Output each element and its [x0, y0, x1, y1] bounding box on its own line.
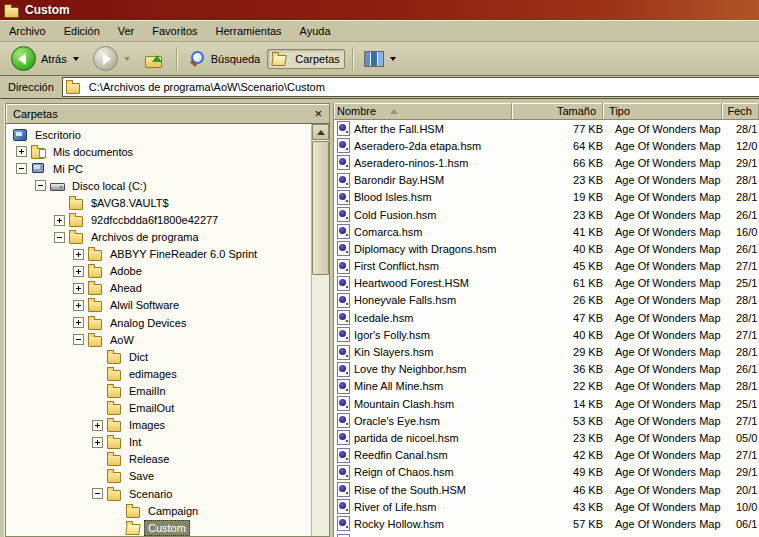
- file-name[interactable]: Blood Isles.hsm: [354, 191, 432, 203]
- tree-item[interactable]: Int: [6, 434, 311, 451]
- tree-item-label[interactable]: Images: [125, 417, 169, 433]
- tree-item-label[interactable]: EmailOut: [125, 400, 178, 416]
- file-name[interactable]: First Conflict.hsm: [354, 260, 439, 272]
- menu-item-0[interactable]: Archivo: [0, 23, 55, 39]
- address-input[interactable]: C:\Archivos de programa\AoW\Scenario\Cus…: [62, 77, 759, 97]
- tree-item[interactable]: Alwil Software: [6, 297, 311, 314]
- plus-expand-icon[interactable]: [73, 300, 84, 311]
- tree-item-label[interactable]: Mi PC: [49, 161, 87, 177]
- tree-item-label[interactable]: Mis documentos: [49, 144, 137, 160]
- tree-item[interactable]: Images: [6, 417, 311, 434]
- file-name[interactable]: River of Life.hsm: [354, 501, 437, 513]
- file-name[interactable]: Rocky Hollow.hsm: [354, 518, 444, 530]
- tree-item-label[interactable]: Alwil Software: [106, 297, 183, 313]
- file-name[interactable]: Love thy Neighbor.hsm: [354, 363, 467, 375]
- file-name[interactable]: Kin Slayers.hsm: [354, 346, 433, 358]
- file-name[interactable]: Diplomacy with Dragons.hsm: [354, 243, 496, 255]
- tree-item[interactable]: Scenario: [6, 485, 311, 502]
- tree-item-label[interactable]: Release: [125, 451, 173, 467]
- minus-expand-icon[interactable]: [35, 180, 46, 191]
- file-name[interactable]: Icedale.hsm: [354, 312, 413, 324]
- file-row[interactable]: Comarca.hsm41 KBAge Of Wonders Map16/0: [334, 223, 759, 240]
- forward-button[interactable]: [88, 43, 137, 74]
- file-row[interactable]: Cold Fusion.hsm23 KBAge Of Wonders Map26…: [334, 206, 759, 223]
- file-row[interactable]: Kin Slayers.hsm29 KBAge Of Wonders Map28…: [334, 343, 759, 360]
- tree-item[interactable]: 92dfccbdda6f1800e42277: [6, 211, 311, 228]
- tree-item[interactable]: EmailOut: [6, 400, 311, 417]
- close-panel-icon[interactable]: ×: [314, 107, 322, 120]
- plus-expand-icon[interactable]: [16, 146, 27, 157]
- tree-item[interactable]: Disco local (C:): [6, 177, 311, 194]
- file-row[interactable]: Diplomacy with Dragons.hsm40 KBAge Of Wo…: [334, 240, 759, 257]
- tree-item-label[interactable]: 92dfccbdda6f1800e42277: [87, 212, 222, 228]
- column-header-2[interactable]: Tipo: [603, 103, 721, 120]
- tree-item-label[interactable]: Int: [125, 434, 145, 450]
- tree-item-label[interactable]: edimages: [125, 366, 181, 382]
- file-row[interactable]: Blood Isles.hsm19 KBAge Of Wonders Map28…: [334, 189, 759, 206]
- minus-expand-icon[interactable]: [73, 334, 84, 345]
- file-name[interactable]: Barondir Bay.HSM: [354, 174, 444, 186]
- tree-item-label[interactable]: ABBYY FineReader 6.0 Sprint: [106, 246, 261, 262]
- scroll-up-button[interactable]: [312, 124, 329, 140]
- file-row[interactable]: Aseradero-2da etapa.hsm64 KBAge Of Wonde…: [334, 137, 759, 154]
- file-row[interactable]: Heartwood Forest.HSM61 KBAge Of Wonders …: [334, 275, 759, 292]
- column-header-3[interactable]: Fech: [722, 103, 759, 120]
- tree-item-label[interactable]: Save: [125, 468, 158, 484]
- plus-expand-icon[interactable]: [92, 437, 103, 448]
- tree-scrollbar[interactable]: [311, 124, 329, 536]
- tree-item[interactable]: Custom: [6, 519, 311, 536]
- tree-item[interactable]: EmailIn: [6, 382, 311, 399]
- file-name[interactable]: Igor's Folly.hsm: [354, 329, 430, 341]
- file-name[interactable]: Aseradero-2da etapa.hsm: [354, 140, 481, 152]
- plus-expand-icon[interactable]: [92, 420, 103, 431]
- file-row[interactable]: Oracle's Eye.hsm53 KBAge Of Wonders Map2…: [334, 412, 759, 429]
- tree-item[interactable]: Release: [6, 451, 311, 468]
- file-row[interactable]: Igor's Folly.hsm40 KBAge Of Wonders Map2…: [334, 326, 759, 343]
- folders-button[interactable]: Carpetas: [267, 49, 345, 69]
- tree-item[interactable]: Ahead: [6, 280, 311, 297]
- menu-item-1[interactable]: Edición: [55, 23, 109, 39]
- menu-item-5[interactable]: Ayuda: [291, 23, 340, 39]
- plus-expand-icon[interactable]: [73, 266, 84, 277]
- back-button[interactable]: Atrás: [6, 43, 86, 74]
- file-row[interactable]: Aseradero-ninos-1.hsm66 KBAge Of Wonders…: [334, 154, 759, 171]
- tree-item-label[interactable]: Archivos de programa: [87, 229, 203, 245]
- file-name[interactable]: partida de nicoel.hsm: [354, 432, 459, 444]
- forward-dropdown-icon[interactable]: [124, 57, 130, 64]
- tree-item[interactable]: AoW: [6, 331, 311, 348]
- file-name[interactable]: Reign of Chaos.hsm: [354, 466, 454, 478]
- file-row[interactable]: Honeyvale Falls.hsm26 KBAge Of Wonders M…: [334, 292, 759, 309]
- plus-expand-icon[interactable]: [54, 215, 65, 226]
- search-button[interactable]: Búsqueda: [183, 47, 266, 71]
- tree-item[interactable]: Dict: [6, 348, 311, 365]
- views-button[interactable]: [359, 48, 403, 70]
- file-name[interactable]: Comarca.hsm: [354, 226, 422, 238]
- tree-item-label[interactable]: EmailIn: [125, 383, 170, 399]
- plus-expand-icon[interactable]: [73, 249, 84, 260]
- back-dropdown-icon[interactable]: [73, 57, 79, 64]
- tree-item[interactable]: Archivos de programa: [6, 229, 311, 246]
- file-row[interactable]: First Conflict.hsm45 KBAge Of Wonders Ma…: [334, 258, 759, 275]
- file-name[interactable]: Mountain Clash.hsm: [354, 398, 454, 410]
- tree-item[interactable]: edimages: [6, 365, 311, 382]
- menu-item-3[interactable]: Favoritos: [143, 23, 206, 39]
- tree-item-label[interactable]: $AVG8.VAULT$: [87, 195, 173, 211]
- file-name[interactable]: Oracle's Eye.hsm: [354, 415, 440, 427]
- file-name[interactable]: Aseradero-ninos-1.hsm: [354, 157, 468, 169]
- file-name[interactable]: Honeyvale Falls.hsm: [354, 294, 456, 306]
- tree-item[interactable]: ABBYY FineReader 6.0 Sprint: [6, 246, 311, 263]
- tree-item[interactable]: Escritorio: [6, 126, 311, 143]
- file-name[interactable]: Mine All Mine.hsm: [354, 380, 443, 392]
- up-button[interactable]: [139, 47, 169, 71]
- file-name[interactable]: After the Fall.HSM: [354, 123, 444, 135]
- tree-item[interactable]: Adobe: [6, 263, 311, 280]
- tree-item-label[interactable]: Custom: [144, 520, 190, 536]
- tree-item-label[interactable]: Disco local (C:): [68, 178, 151, 194]
- file-name[interactable]: Cold Fusion.hsm: [354, 209, 437, 221]
- tree-item-label[interactable]: Dict: [125, 349, 152, 365]
- minus-expand-icon[interactable]: [16, 163, 27, 174]
- tree-item[interactable]: Mi PC: [6, 160, 311, 177]
- plus-expand-icon[interactable]: [73, 283, 84, 294]
- menu-item-4[interactable]: Herramientas: [207, 23, 291, 39]
- minus-expand-icon[interactable]: [92, 488, 103, 499]
